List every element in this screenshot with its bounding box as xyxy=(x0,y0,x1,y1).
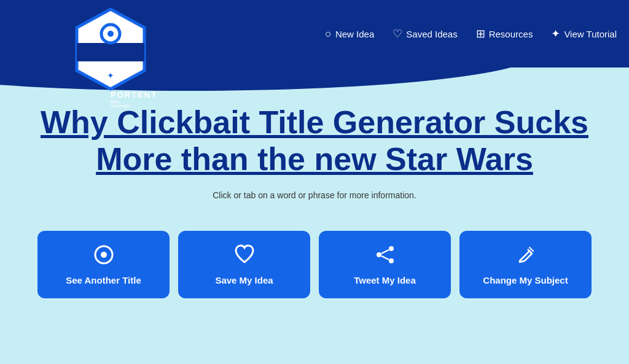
save-idea-label: Save My Idea xyxy=(215,275,273,285)
see-another-icon xyxy=(93,244,115,269)
save-idea-icon xyxy=(233,244,256,269)
nav-new-idea[interactable]: ○ New Idea xyxy=(325,28,374,39)
svg-rect-1 xyxy=(77,43,144,61)
logo: ✦ PORTENT Idea Generator xyxy=(74,6,147,92)
nav-resources-label: Resources xyxy=(489,29,533,39)
logo-hexagon: ✦ PORTENT Idea Generator xyxy=(74,6,147,92)
buttons-row: See Another Title Save My Idea Tweet xyxy=(0,231,629,298)
tweet-idea-button[interactable]: Tweet My Idea xyxy=(319,231,451,298)
nav: ○ New Idea ♡ Saved Ideas ⊞ Resources ✦ V… xyxy=(325,28,617,39)
svg-line-11 xyxy=(381,256,389,260)
nav-saved-ideas[interactable]: ♡ Saved Ideas xyxy=(393,28,457,39)
svg-point-7 xyxy=(389,246,394,251)
nav-view-tutorial[interactable]: ✦ View Tutorial xyxy=(551,28,617,39)
header: ✦ PORTENT Idea Generator ○ New Idea ♡ Sa… xyxy=(0,0,629,68)
view-tutorial-icon: ✦ xyxy=(551,28,560,39)
hint-text: Click or tab on a word or phrase for mor… xyxy=(0,190,629,200)
nav-new-idea-label: New Idea xyxy=(335,29,374,39)
save-idea-button[interactable]: Save My Idea xyxy=(178,231,310,298)
new-idea-icon: ○ xyxy=(325,28,332,39)
see-another-button[interactable]: See Another Title xyxy=(37,231,170,298)
svg-text:✦: ✦ xyxy=(107,71,114,80)
svg-point-3 xyxy=(107,31,114,37)
change-subject-label: Change My Subject xyxy=(483,275,568,285)
generated-title: Why Clickbait Title Generator Sucks More… xyxy=(0,104,629,178)
tweet-idea-label: Tweet My Idea xyxy=(354,275,416,285)
svg-point-8 xyxy=(389,258,394,263)
svg-point-9 xyxy=(377,252,381,257)
change-subject-button[interactable]: Change My Subject xyxy=(459,231,592,298)
main-content: Why Clickbait Title Generator Sucks More… xyxy=(0,68,629,298)
see-another-label: See Another Title xyxy=(66,275,141,285)
change-subject-icon xyxy=(515,244,537,269)
tweet-idea-icon xyxy=(374,244,396,269)
resources-icon: ⊞ xyxy=(476,28,485,39)
nav-saved-ideas-label: Saved Ideas xyxy=(406,29,457,39)
nav-view-tutorial-label: View Tutorial xyxy=(564,29,617,39)
nav-resources[interactable]: ⊞ Resources xyxy=(476,28,533,39)
saved-ideas-icon: ♡ xyxy=(393,28,402,39)
svg-point-6 xyxy=(101,252,107,258)
svg-line-10 xyxy=(381,250,389,254)
